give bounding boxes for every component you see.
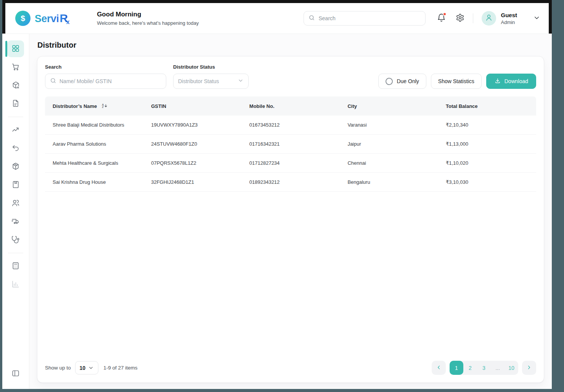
- download-button[interactable]: Download: [486, 74, 536, 89]
- distributor-name-cell: Mehta Healthcare & Surgicals: [45, 160, 151, 166]
- page-2[interactable]: 2: [463, 361, 477, 375]
- sidebar-item-ledger[interactable]: [7, 177, 24, 193]
- cart-icon: [11, 63, 20, 72]
- total-balance-cell: ₹3,10,030: [446, 179, 536, 185]
- search-icon: [309, 14, 315, 22]
- truck-icon: [11, 217, 20, 227]
- city-cell: Varanasi: [347, 122, 446, 128]
- sidebar-item-invoice[interactable]: [7, 95, 24, 112]
- page-size-value: 10: [80, 365, 86, 371]
- sidebar-item-stethoscope[interactable]: [7, 231, 24, 248]
- user-role: Admin: [501, 19, 517, 25]
- mobile-cell: 01712827234: [249, 160, 348, 166]
- sidebar-item-trending-up[interactable]: [7, 122, 24, 138]
- package-x-icon: [11, 81, 20, 90]
- global-search[interactable]: [304, 11, 426, 26]
- column-mobile: Mobile No.: [249, 103, 348, 109]
- page-1[interactable]: 1: [450, 361, 463, 375]
- invoice-icon: [11, 99, 20, 109]
- download-label: Download: [505, 78, 528, 84]
- mobile-cell: 01892343212: [249, 179, 348, 185]
- status-field-group: Distributor Status Distributor Status: [173, 64, 249, 89]
- radio-icon: [386, 78, 393, 85]
- settings-button[interactable]: [456, 13, 464, 23]
- download-icon: [494, 77, 501, 85]
- gstin-cell: 07PQRSX5678L1Z2: [151, 160, 249, 166]
- column-gstin: GSTIN: [151, 103, 249, 109]
- column-distributor-name[interactable]: Distributor’s Name AZ: [45, 103, 151, 109]
- notifications-button[interactable]: [437, 13, 446, 23]
- page-title: Distributor: [37, 41, 544, 50]
- main-content: Distributor Search Distributor Status: [29, 34, 552, 389]
- status-label: Distributor Status: [173, 64, 249, 70]
- sidebar-item-undo[interactable]: [7, 140, 24, 157]
- chevron-down-icon: [533, 14, 540, 22]
- greeting-subtitle: Welcome back, here's what's happening to…: [97, 20, 199, 26]
- chevron-left-icon: [435, 364, 442, 372]
- show-statistics-button[interactable]: Show Statistics: [431, 74, 482, 89]
- dollar-logo-icon: $: [15, 11, 31, 26]
- greeting-block: Good Morning Welcome back, here's what's…: [97, 11, 199, 26]
- sidebar-item-package[interactable]: [7, 158, 24, 175]
- sidebar-divider: [8, 253, 23, 253]
- dashboard-icon: [11, 44, 20, 54]
- sidebar-item-truck[interactable]: [7, 213, 24, 230]
- avatar[interactable]: [482, 11, 496, 26]
- distributor-name-cell: Sai Krishna Drug House: [45, 179, 151, 185]
- sidebar: [2, 34, 29, 389]
- arrow-down-icon: [104, 103, 108, 109]
- sort-alpha-icon[interactable]: AZ: [102, 103, 108, 109]
- search-field-group: Search: [45, 64, 166, 89]
- pagination: 123...10: [432, 361, 536, 375]
- sidebar-item-dashboard[interactable]: [7, 40, 24, 57]
- table-row[interactable]: Shree Balaji Medical Distributors19UVWXY…: [45, 116, 536, 135]
- gear-icon: [456, 13, 464, 23]
- city-cell: Chennai: [347, 160, 446, 166]
- undo-icon: [11, 144, 20, 153]
- sidebar-item-cart[interactable]: [7, 59, 24, 76]
- next-page-button[interactable]: [522, 361, 536, 375]
- distributor-status-select[interactable]: Distributor Status: [173, 74, 249, 89]
- sidebar-item-calculator[interactable]: [7, 258, 24, 275]
- sidebar-divider: [8, 117, 23, 117]
- user-name: Guest: [501, 12, 517, 18]
- table-row[interactable]: Aarav Pharma Solutions24STUVW4680F1Z0017…: [45, 135, 536, 154]
- sidebar-toggle-button[interactable]: [7, 365, 24, 382]
- table-header: Distributor’s Name AZ GSTIN Mobile No. C…: [45, 96, 536, 116]
- gstin-cell: 32FGHIJ2468D1Z1: [151, 179, 249, 185]
- distributor-search-box[interactable]: [45, 74, 166, 89]
- sidebar-item-bar-chart[interactable]: [7, 276, 24, 293]
- table-row[interactable]: Sai Krishna Drug House32FGHIJ2468D1Z1018…: [45, 173, 536, 192]
- page-3[interactable]: 3: [477, 361, 491, 375]
- search-icon: [50, 77, 56, 85]
- brand-name: ServiRx: [35, 12, 69, 25]
- package-icon: [11, 162, 20, 172]
- sidebar-toggle-icon: [11, 369, 20, 379]
- chevron-right-icon: [526, 364, 532, 372]
- city-cell: Bengaluru: [347, 179, 446, 185]
- page-size-select[interactable]: 10: [75, 361, 99, 374]
- show-statistics-label: Show Statistics: [438, 78, 474, 84]
- trending-up-icon: [11, 125, 20, 135]
- brand-logo: $ ServiRx: [15, 11, 69, 26]
- table-body: Shree Balaji Medical Distributors19UVWXY…: [45, 116, 536, 192]
- distributor-search-input[interactable]: [59, 78, 161, 84]
- global-search-input[interactable]: [318, 15, 421, 21]
- page-10[interactable]: 10: [505, 361, 518, 375]
- stethoscope-icon: [11, 235, 20, 245]
- sidebar-item-users[interactable]: [7, 195, 24, 212]
- total-balance-cell: ₹2,10,340: [446, 122, 536, 128]
- user-menu-chevron[interactable]: [533, 14, 540, 22]
- greeting-title: Good Morning: [97, 11, 199, 18]
- prev-page-button[interactable]: [432, 361, 446, 375]
- sidebar-item-package-x[interactable]: [7, 77, 24, 94]
- due-only-toggle[interactable]: Due Only: [378, 74, 426, 89]
- notification-dot: [443, 12, 447, 16]
- table-row[interactable]: Mehta Healthcare & Surgicals07PQRSX5678L…: [45, 154, 536, 173]
- distributor-name-cell: Aarav Pharma Solutions: [45, 141, 151, 147]
- mobile-cell: 01716342321: [249, 141, 348, 147]
- calculator-icon: [11, 262, 20, 271]
- users-icon: [11, 199, 20, 208]
- column-total-balance: Total Balance: [446, 103, 536, 109]
- total-balance-cell: ₹1,13,000: [446, 141, 536, 147]
